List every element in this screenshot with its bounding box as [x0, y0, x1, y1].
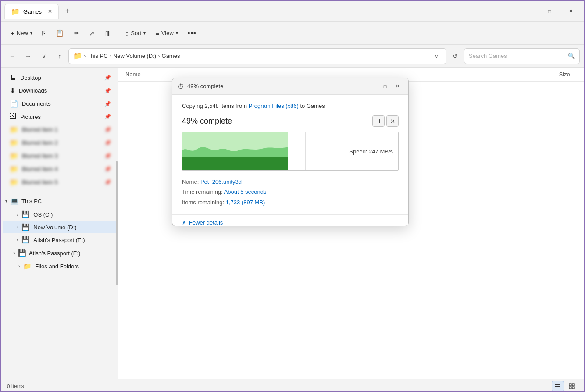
delete-icon: 🗑: [104, 29, 111, 37]
up-button[interactable]: ↑: [53, 49, 67, 63]
files-chevron-icon: ›: [18, 264, 20, 269]
sort-button[interactable]: ↕ Sort ▾: [121, 25, 150, 42]
copy-button[interactable]: ⎘: [38, 25, 50, 42]
copying-prefix: Copying 2,548 items from: [182, 103, 249, 109]
sidebar-item-atish-e2[interactable]: ▾ 💾 Atish's Passport (E:): [1, 246, 118, 260]
items-remaining-label: Items remaining:: [182, 199, 224, 206]
info-name-row: Name: Pet_206.unity3d: [182, 177, 399, 187]
window-controls: — □ ✕: [518, 4, 581, 18]
new-dropdown-icon: ▾: [30, 31, 32, 36]
pin-icon: 📌: [104, 75, 111, 81]
more-button[interactable]: •••: [183, 25, 201, 42]
sort-dropdown-icon: ▾: [143, 31, 146, 36]
downloads-icon: ⬇: [10, 86, 15, 95]
this-pc-chevron-icon: ▾: [5, 199, 7, 203]
sidebar: 🖥 Desktop 📌 ⬇ Downloads 📌 📄 Documents 📌 …: [1, 68, 118, 379]
info-items-row: Items remaining: 1,733 (897 MB): [182, 197, 399, 207]
minimize-button[interactable]: —: [518, 4, 539, 18]
time-label: Time remaining:: [182, 189, 223, 195]
pin-icon: 📌: [104, 114, 111, 120]
back-button[interactable]: ←: [5, 49, 19, 63]
sidebar-item-new-volume-d[interactable]: › 💾 New Volume (D:): [3, 221, 116, 233]
sidebar-item-pictures[interactable]: 🖼 Pictures 📌: [3, 110, 116, 123]
progress-bar-container: Speed: 247 MB/s: [182, 132, 399, 171]
tab-title: Games: [23, 8, 42, 15]
title-bar: 📁 Games ✕ + — □ ✕: [1, 1, 584, 22]
rename-button[interactable]: ✏: [69, 25, 84, 42]
dialog-minimize-button[interactable]: —: [367, 82, 378, 91]
sidebar-item-os-c[interactable]: › 💾 OS (C:): [3, 208, 116, 221]
drive-chevron-icon: ›: [17, 212, 18, 217]
status-bar: 0 items: [1, 379, 584, 392]
sidebar-item-label: Pictures: [20, 114, 101, 120]
view-icon: ≡: [155, 29, 159, 37]
this-pc-section[interactable]: ▾ 💻 This PC: [1, 194, 118, 208]
new-tab-button[interactable]: +: [61, 5, 74, 18]
list-view-button[interactable]: [552, 381, 564, 392]
address-path[interactable]: 📁 › This PC › New Volume (D:) › Games ∨: [68, 48, 446, 64]
this-pc-label: This PC: [21, 198, 42, 204]
sidebar-item-documents[interactable]: 📄 Documents 📌: [3, 97, 116, 110]
dialog-pause-button[interactable]: ⏸: [372, 115, 385, 127]
dialog-title-bar: ⏱ 49% complete — □ ✕: [172, 78, 408, 95]
sidebar-item-blurred-2: 📁 Blurred Item 2 📌: [3, 136, 116, 149]
dialog-pause-close-controls: ⏸ ✕: [372, 115, 399, 127]
more-icon: •••: [188, 29, 196, 37]
sidebar-item-label: Downloads: [19, 87, 101, 94]
name-label: Name:: [182, 178, 199, 185]
sidebar-scrollbar[interactable]: [115, 68, 118, 379]
os-c-icon: 💾: [21, 210, 30, 218]
sort-icon: ↕: [125, 29, 129, 37]
progress-dark-bar: [182, 157, 288, 170]
new-button[interactable]: + New ▾: [6, 25, 37, 42]
name-value: Pet_206.unity3d: [200, 178, 242, 185]
toolbar-separator: [118, 27, 118, 39]
time-value: About 5 seconds: [224, 189, 267, 195]
dialog-progress-text-row: 49% complete ⏸ ✕: [182, 115, 399, 127]
path-games: Games: [162, 53, 180, 59]
pin-icon: 📌: [104, 101, 111, 107]
fewer-details-chevron: ∧: [182, 219, 186, 226]
copying-to-text: to: [299, 103, 307, 109]
dropdown-button[interactable]: ∨: [37, 49, 51, 63]
close-button[interactable]: ✕: [560, 4, 581, 18]
drive-chevron-icon: ›: [17, 238, 18, 242]
paste-icon: 📋: [56, 29, 64, 37]
sidebar-item-label: OS (C:): [33, 211, 111, 218]
copy-dialog: ⏱ 49% complete — □ ✕ Copying 2,548 items…: [172, 78, 409, 226]
view-button[interactable]: ≡ View ▾: [151, 25, 182, 42]
files-folders-icon: 📁: [23, 262, 32, 270]
dialog-cancel-button[interactable]: ✕: [386, 115, 399, 127]
dialog-fewer-details[interactable]: ∧ Fewer details: [172, 214, 408, 226]
grid-view-button[interactable]: [566, 381, 578, 392]
svg-rect-1: [555, 386, 560, 387]
window-tab[interactable]: 📁 Games ✕: [4, 4, 59, 19]
sidebar-item-files-folders[interactable]: › 📁 Files and Folders: [3, 260, 116, 272]
dialog-body: Copying 2,548 items from Program Files (…: [172, 95, 408, 214]
sidebar-item-desktop[interactable]: 🖥 Desktop 📌: [3, 71, 116, 84]
pictures-icon: 🖼: [10, 113, 17, 121]
paste-button[interactable]: 📋: [51, 25, 68, 42]
dialog-maximize-button[interactable]: □: [379, 82, 391, 91]
search-box[interactable]: Search Games 🔍: [464, 48, 580, 64]
pin-icon: 📌: [104, 88, 111, 94]
maximize-button[interactable]: □: [539, 4, 560, 18]
delete-button[interactable]: 🗑: [100, 25, 115, 42]
copying-from-link[interactable]: Program Files (x86): [249, 103, 299, 109]
sidebar-item-label: Files and Folders: [35, 263, 111, 270]
dialog-close-button[interactable]: ✕: [392, 82, 403, 91]
new-volume-d-icon: 💾: [21, 223, 30, 231]
path-dropdown-icon[interactable]: ∨: [431, 53, 442, 59]
toolbar: + New ▾ ⎘ 📋 ✏ ↗ 🗑 ↕ Sort ▾ ≡ View ▾ •••: [1, 22, 584, 45]
share-button[interactable]: ↗: [85, 25, 99, 42]
this-pc-icon: 💻: [10, 197, 19, 205]
tab-close-button[interactable]: ✕: [48, 8, 52, 14]
sidebar-item-downloads[interactable]: ⬇ Downloads 📌: [3, 84, 116, 97]
new-icon: +: [11, 29, 14, 37]
forward-button[interactable]: →: [21, 49, 35, 63]
refresh-button[interactable]: ↺: [448, 49, 462, 63]
sidebar-item-atish-e1[interactable]: › 💾 Atish's Passport (E:): [3, 234, 116, 246]
info-time-row: Time remaining: About 5 seconds: [182, 187, 399, 197]
col-name-header: Name: [125, 71, 524, 78]
search-placeholder: Search Games: [469, 53, 507, 59]
